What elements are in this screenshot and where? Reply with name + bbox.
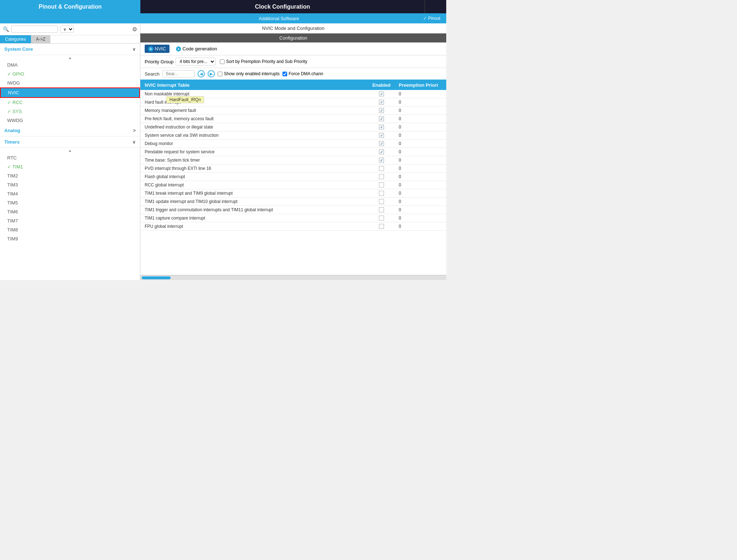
sidebar-item-sys[interactable]: ✓ SYS [0, 107, 140, 116]
th-interrupt: NVIC Interrupt Table [140, 82, 367, 88]
table-row: System service call via SWI instruction … [140, 131, 446, 140]
nvic-interrupt-table: NVIC Interrupt Table Enabled Preemption … [140, 80, 446, 275]
enabled-cell[interactable] [367, 158, 396, 163]
enabled-cell[interactable] [367, 216, 396, 221]
pinout-config-title: Pinout & Configuration [0, 0, 140, 13]
enabled-cell[interactable] [367, 116, 396, 121]
show-enabled-checkbox[interactable] [218, 72, 222, 76]
gear-icon[interactable]: ⚙ [132, 26, 137, 33]
interrupt-name: Pendable request for system service [140, 149, 367, 154]
enabled-cell[interactable] [367, 149, 396, 154]
enabled-cell[interactable] [367, 207, 396, 212]
enabled-cell[interactable] [367, 100, 396, 105]
preemption-cell: 0 [396, 108, 446, 113]
table-header: NVIC Interrupt Table Enabled Preemption … [140, 80, 446, 90]
enabled-cell[interactable] [367, 166, 396, 171]
search-icon: 🔍 [3, 26, 9, 32]
section-timers-header[interactable]: Timers ∨ [0, 136, 140, 148]
sidebar-item-nvic[interactable]: NVIC [0, 87, 140, 98]
enabled-cell[interactable] [367, 91, 396, 96]
sidebar-item-tim4[interactable]: TIM4 [0, 189, 140, 198]
sidebar-item-rtc[interactable]: RTC [0, 153, 140, 162]
sidebar-item-tim8[interactable]: TIM8 [0, 225, 140, 234]
force-dma-label[interactable]: Force DMA chann [282, 71, 323, 76]
sidebar-item-tim5[interactable]: TIM5 [0, 198, 140, 207]
enabled-cell[interactable] [367, 191, 396, 196]
enabled-cell[interactable] [367, 133, 396, 138]
preemption-cell: 0 [396, 182, 446, 188]
section-analog: Analog > [0, 125, 140, 136]
table-row: Undefined instruction or illegal state 0 [140, 123, 446, 131]
table-row: Memory management fault 0 [140, 107, 446, 115]
system-core-arrow: ∨ [132, 47, 136, 52]
sidebar-item-iwdg[interactable]: IWDG [0, 78, 140, 87]
sidebar-item-tim1[interactable]: ✓ TIM1 [0, 162, 140, 171]
analog-arrow: > [133, 128, 136, 133]
section-analog-header[interactable]: Analog > [0, 125, 140, 136]
hardfault-tooltip: HardFault_IRQn [166, 96, 204, 103]
preemption-cell: 0 [396, 199, 446, 204]
preemption-cell: 0 [396, 207, 446, 212]
tab-nvic[interactable]: ● NVIC [145, 45, 169, 53]
enabled-cell[interactable] [367, 125, 396, 130]
options-row: Priority Group 4 bits for pre... Sort by… [140, 55, 446, 68]
enabled-cell[interactable] [367, 141, 396, 146]
enabled-cell[interactable] [367, 199, 396, 204]
sidebar-item-tim2[interactable]: TIM2 [0, 171, 140, 180]
sort-checkbox-label[interactable]: Sort by Premption Priority and Sub Prior… [220, 59, 307, 64]
scroll-up-btn-2[interactable]: ▲ [0, 148, 140, 153]
interrupt-name: Undefined instruction or illegal state [140, 125, 367, 130]
sort-checkbox[interactable] [220, 59, 225, 64]
sidebar-item-tim3[interactable]: TIM3 [0, 180, 140, 189]
search-dropdown[interactable]: ∨ [60, 26, 74, 33]
sidebar-item-dma[interactable]: DMA [0, 60, 140, 69]
enabled-cell[interactable] [367, 174, 396, 179]
search-next-btn[interactable]: ▶ [208, 70, 215, 77]
sidebar-item-tim6[interactable]: TIM6 [0, 207, 140, 216]
sidebar-item-wwdg[interactable]: WWDG [0, 116, 140, 125]
preemption-cell: 0 [396, 174, 446, 179]
scroll-up-btn[interactable]: ▲ [0, 55, 140, 60]
enabled-cell[interactable] [367, 108, 396, 113]
tab-az[interactable]: A->Z [31, 35, 50, 43]
nvic-search-input[interactable] [162, 70, 195, 77]
interrupt-name: FPU global interrupt [140, 224, 367, 229]
scrollbar-thumb[interactable] [142, 276, 171, 279]
preemption-cell: 0 [396, 166, 446, 171]
preemption-cell: 0 [396, 216, 446, 221]
priority-group-select[interactable]: 4 bits for pre... [176, 58, 216, 66]
interrupt-name: Flash global interrupt [140, 174, 367, 179]
interrupt-name: Non maskable interrupt [140, 91, 367, 96]
sidebar-item-rcc[interactable]: ✓ RCC [0, 98, 140, 107]
table-row: Flash global interrupt 0 [140, 173, 446, 181]
sidebar-item-tim7[interactable]: TIM7 [0, 216, 140, 225]
table-row: Time base: System tick timer 0 [140, 156, 446, 164]
search-input[interactable] [11, 26, 58, 33]
sidebar-item-tim9[interactable]: TIM9 [0, 234, 140, 243]
config-bar: Configuration [140, 33, 446, 42]
show-enabled-label[interactable]: Show only enabled interrupts [218, 71, 280, 76]
preemption-cell: 0 [396, 133, 446, 138]
content-tabs-row: ● NVIC ● Code generation [140, 42, 446, 55]
section-system-core-header[interactable]: System Core ∨ [0, 44, 140, 55]
interrupt-name: Pre-fetch fault, memory access fault [140, 116, 367, 121]
th-enabled: Enabled [367, 82, 396, 88]
sub-header: Additional Software ✓ Pinout [0, 13, 446, 23]
tab-categories[interactable]: Categories [0, 35, 31, 43]
pinout-nav-label[interactable]: ✓ Pinout [417, 13, 446, 23]
additional-software-label[interactable]: Additional Software [140, 13, 417, 23]
sidebar: 🔍 ∨ ⚙ Categories A->Z System Core ∨ [0, 23, 140, 280]
interrupt-name: TIM1 capture compare interrupt [140, 216, 367, 221]
table-row: RCC global interrupt 0 [140, 181, 446, 189]
horizontal-scrollbar[interactable] [140, 275, 446, 280]
tab-code-generation[interactable]: ● Code generation [172, 45, 221, 53]
interrupt-name: TIM1 trigger and commutation interrupts … [140, 207, 367, 212]
header-extra [425, 0, 446, 13]
enabled-cell[interactable] [367, 224, 396, 229]
sidebar-tabs: Categories A->Z [0, 35, 140, 44]
sidebar-item-gpio[interactable]: GPIO [0, 69, 140, 78]
enabled-cell[interactable] [367, 182, 396, 188]
section-timers: Timers ∨ ▲ RTC ✓ TIM1 TIM2 TIM3 TIM4 TIM… [0, 136, 140, 243]
search-prev-btn[interactable]: ◀ [198, 70, 205, 77]
force-dma-checkbox[interactable] [282, 72, 287, 76]
